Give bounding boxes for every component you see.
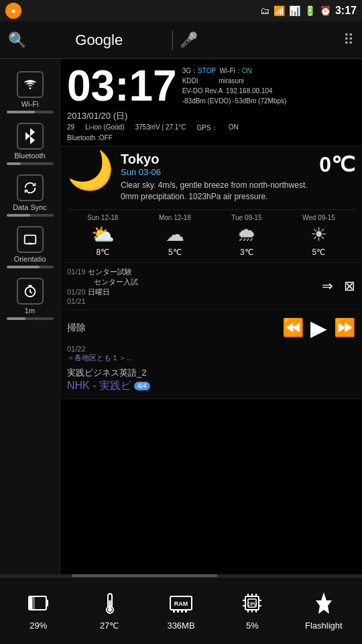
schedule-text: 01/19 センター試験 センター入試 01/20 日曜日 01/21 bbox=[67, 267, 316, 305]
sidebar-item-1m[interactable]: 1m bbox=[0, 271, 60, 323]
stop-label: STOP bbox=[198, 67, 216, 74]
battery-status-icon: 🔋 bbox=[304, 5, 316, 16]
media-title: 実践ビジネス英語_2 NHK - 実践ビ 4/4 bbox=[67, 367, 150, 393]
3g-label: 3G： bbox=[182, 67, 198, 74]
signal-bars-icon: 📊 bbox=[289, 5, 300, 16]
gps-label: GPS： bbox=[197, 123, 218, 133]
orange-circle-icon: ● bbox=[5, 3, 21, 19]
wifi-sidebar-label: Wi-Fi bbox=[21, 100, 39, 108]
temperature-widget-label: 27℃ bbox=[100, 621, 119, 631]
cpu-widget[interactable]: CPU 5% bbox=[217, 591, 288, 631]
current-temp: 0℃ bbox=[319, 152, 355, 177]
temperature-widget[interactable]: 27℃ bbox=[74, 591, 145, 631]
sched-date-2: 01/20 日曜日 bbox=[67, 287, 316, 297]
svg-rect-13 bbox=[109, 600, 111, 608]
forecast-temp-1: 5℃ bbox=[168, 248, 182, 257]
ram-widget-label: 336MB bbox=[167, 621, 194, 631]
svg-rect-1 bbox=[24, 235, 36, 244]
svg-text:CPU: CPU bbox=[247, 602, 257, 606]
forecast-date-0: Sun 12-18 bbox=[87, 214, 118, 221]
media-title-text: 実践ビジネス英語_2 bbox=[67, 367, 150, 379]
grid-icon[interactable]: ⠿ bbox=[343, 32, 354, 49]
bluetooth-sidebar-label: Bluetooth bbox=[14, 152, 45, 160]
bottom-bar: 29% 27℃ RAM 336MB bbox=[0, 577, 362, 644]
weather-panel: 🌙 Tokyo Sun 03-06 Clear sky. 4m/s, gentl… bbox=[60, 146, 362, 263]
media-date: 01/22 bbox=[67, 345, 355, 353]
sidebar-item-orientation[interactable]: Orientatio bbox=[0, 219, 60, 271]
forecast-temp-3: 5℃ bbox=[312, 248, 326, 257]
ram-widget[interactable]: RAM 336MB bbox=[145, 591, 217, 631]
ip-label: 192.168.00.104 bbox=[226, 87, 273, 95]
network-info: 3G：STOP Wi-Fi：ON KDDI mirasuni EV-DO Rev… bbox=[182, 64, 355, 106]
media-now-playing: 実践ビジネス英語_2 NHK - 実践ビ 4/4 bbox=[67, 367, 355, 393]
fast-forward-button[interactable]: ⏩ bbox=[334, 317, 355, 338]
svg-rect-18 bbox=[177, 610, 179, 612]
date-display: 2013/01/20 (日) bbox=[67, 110, 177, 122]
media-panel: 掃除 ⏪ ▶ ⏩ 01/22 ＜各地区とも１＞... 実践ビジネス英語_2 NH… bbox=[60, 310, 362, 399]
clock-panel: 03:17 2013/01/20 (日) 3G：STOP Wi-Fi：ON KD… bbox=[60, 59, 362, 146]
battery-widget-icon bbox=[26, 591, 50, 618]
battery-widget[interactable]: 29% bbox=[3, 591, 74, 631]
sidebar-item-bluetooth[interactable]: Bluetooth bbox=[0, 116, 60, 168]
forward-arrow-icon[interactable]: ⇒ bbox=[322, 278, 333, 294]
wifi-label: Wi-Fi： bbox=[219, 67, 241, 74]
play-button[interactable]: ▶ bbox=[310, 315, 327, 341]
media-subtitle: NHK - 実践ビ bbox=[67, 379, 131, 393]
forecast-temp-0: 8℃ bbox=[96, 248, 109, 257]
media-entry: 01/22 ＜各地区とも１＞... bbox=[67, 345, 355, 363]
forecast-icon-2: 🌧 bbox=[237, 223, 256, 246]
schedule-shuffle-icon[interactable]: ⊠ bbox=[344, 278, 355, 294]
gps-status: ON bbox=[229, 123, 239, 133]
battery-detail: 3753mV | 27.1°C bbox=[135, 123, 186, 133]
weather-description: Clear sky. 4m/s, gentle breeze from nort… bbox=[121, 180, 312, 203]
sidebar-item-wifi[interactable]: Wi-Fi bbox=[0, 64, 60, 116]
search-icon: 🔍 bbox=[8, 32, 26, 49]
forecast-item-0: Sun 12-18 ⛅ 8℃ bbox=[87, 214, 118, 257]
sched-entry-3: 日曜日 bbox=[88, 288, 110, 296]
svg-marker-34 bbox=[316, 592, 332, 614]
flashlight-widget[interactable]: Flashlight bbox=[288, 591, 359, 631]
svg-text:RAM: RAM bbox=[174, 600, 188, 607]
weather-date: Sun 03-06 bbox=[121, 167, 312, 177]
schedule-panel: 01/19 センター試験 センター入試 01/20 日曜日 01/21 ⇒ ⊠ bbox=[60, 263, 362, 310]
sched-entry-1: センター試験 bbox=[88, 268, 132, 276]
media-badge: 4/4 bbox=[134, 382, 150, 390]
media-entry-text: ＜各地区とも１＞... bbox=[67, 353, 355, 363]
orientation-icon bbox=[17, 226, 44, 253]
forecast-item-3: Wed 09-15 ☀ 5℃ bbox=[302, 214, 335, 257]
right-content: 03:17 2013/01/20 (日) 3G：STOP Wi-Fi：ON KD… bbox=[60, 59, 362, 577]
svg-rect-17 bbox=[173, 610, 175, 612]
battery-num: 29 bbox=[67, 123, 74, 133]
flashlight-widget-label: Flashlight bbox=[305, 621, 343, 631]
carrier-label: KDDI bbox=[182, 77, 198, 85]
svg-rect-8 bbox=[46, 600, 48, 606]
battery-widget-label: 29% bbox=[29, 621, 47, 631]
datasync-bar bbox=[7, 214, 54, 217]
mic-icon[interactable]: 🎤 bbox=[180, 32, 198, 49]
sidebar-item-datasync[interactable]: Data Sync bbox=[0, 168, 60, 219]
forecast-date-3: Wed 09-15 bbox=[302, 214, 335, 221]
sim-icon: 🗂 bbox=[260, 5, 269, 16]
orientation-sidebar-label: Orientatio bbox=[14, 255, 46, 263]
sched-entry-2: センター入試 bbox=[67, 277, 316, 287]
wifi-name-label: mirasuni bbox=[219, 77, 244, 85]
orientation-bar bbox=[7, 266, 54, 268]
google-label: Google bbox=[33, 32, 166, 49]
cpu-icon: CPU bbox=[240, 591, 264, 618]
rewind-button[interactable]: ⏪ bbox=[282, 317, 304, 338]
big-clock: 03:17 bbox=[67, 64, 177, 107]
cpu-widget-label: 5% bbox=[246, 621, 259, 631]
search-bar[interactable]: 🔍 Google 🎤 ⠿ bbox=[0, 21, 362, 59]
bluetooth-status-label: Bluetooth :OFF bbox=[67, 134, 355, 142]
thermometer-icon bbox=[98, 591, 122, 618]
status-left-icon: ● bbox=[5, 3, 21, 19]
svg-point-14 bbox=[108, 608, 112, 612]
timer-icon bbox=[17, 278, 44, 305]
clean-label: 掃除 bbox=[67, 322, 86, 334]
svg-rect-10 bbox=[29, 597, 32, 609]
timer-bar bbox=[7, 317, 54, 320]
network-type-label: EV-DO Rev.A bbox=[182, 87, 223, 95]
ram-icon: RAM bbox=[169, 591, 193, 618]
status-time: 3:17 bbox=[335, 5, 357, 17]
wifi-status-icon: 📶 bbox=[274, 5, 285, 16]
